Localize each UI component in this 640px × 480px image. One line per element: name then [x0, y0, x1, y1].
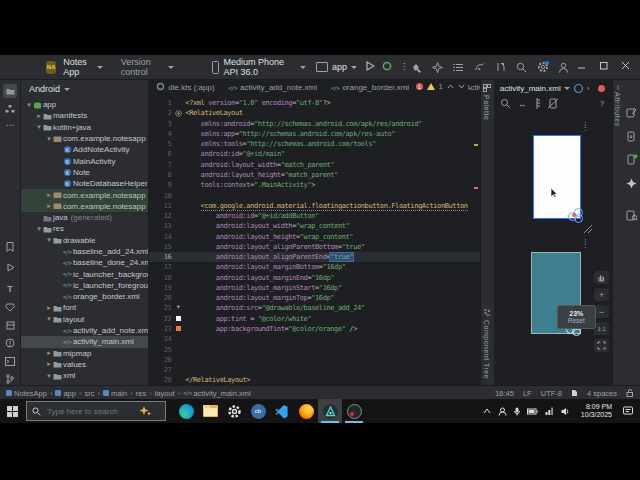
code-line-9[interactable]: 9 tools:context=".MainActivity"> [149, 180, 479, 190]
code-line-26[interactable]: 26 [149, 355, 479, 365]
volume-icon[interactable] [561, 407, 570, 416]
tab-orange-border-xml[interactable]: </>orange_border.xml [324, 80, 416, 98]
gradle-icon[interactable] [473, 61, 486, 74]
code-line-24[interactable]: 24 [149, 334, 479, 344]
code-area[interactable]: 1<?xml version="1.0" encoding="utf-8"?>2… [149, 98, 479, 385]
tree-item-kotlin-java[interactable]: ▾kotlin+java [21, 122, 148, 133]
tree-item-manifests[interactable]: ▸manifests [21, 110, 148, 121]
code-line-11[interactable]: 11 <com.google.android.material.floating… [149, 201, 479, 211]
tree-item-notedatabasehelper[interactable]: KNoteDatabaseHelper [21, 178, 148, 189]
chevron-down-icon[interactable]: ▾ [35, 123, 43, 131]
user-tray-icon[interactable] [498, 407, 507, 416]
indent-setting[interactable]: 4 spaces [587, 389, 617, 398]
breadcrumb-item[interactable]: NotesApp [6, 389, 47, 398]
next-issue-icon[interactable] [458, 84, 465, 89]
ai-assistant-icon[interactable] [431, 61, 444, 74]
taskbar-clock[interactable]: 8:09 PM 10/3/2025 [581, 403, 612, 419]
breadcrumb-item[interactable]: layout [155, 389, 175, 398]
drawable-gutter-icon[interactable]: + [176, 303, 180, 311]
run-icon[interactable] [3, 260, 17, 274]
taskbar-app-capture-app[interactable] [342, 399, 366, 423]
breadcrumb-item[interactable]: main [103, 389, 127, 398]
taskbar-search[interactable] [26, 401, 166, 421]
run-config-selector[interactable]: app [316, 62, 357, 72]
chevron-down-icon[interactable]: ▾ [45, 372, 53, 380]
code-line-19[interactable]: 19 android:layout_marginStart="16dp" [149, 283, 479, 293]
taskbar-app-cb-app[interactable]: cb [246, 399, 270, 423]
zoom-in-button[interactable]: + [594, 288, 609, 301]
code-line-15[interactable]: 15 android:layout_alignParentBottom="tru… [149, 242, 479, 252]
tree-item-layout[interactable]: ▾layout [21, 314, 148, 325]
bookmarks-icon[interactable] [3, 240, 17, 254]
taskbar-app-settings[interactable] [222, 399, 246, 423]
taskbar-app-firefox[interactable] [294, 399, 318, 423]
close-button[interactable] [622, 62, 630, 72]
tree-item-values[interactable]: ▸values [21, 359, 148, 370]
device-selector[interactable]: Medium Phone API 36.0 [212, 57, 306, 77]
code-line-1[interactable]: 1<?xml version="1.0" encoding="utf-8"?> [149, 98, 479, 108]
render-error-icon[interactable] [598, 85, 605, 92]
tree-item-addnoteactivity[interactable]: KAddNoteActivity [21, 144, 148, 155]
pan-arrows-icon[interactable]: ↔ [518, 99, 527, 109]
file-encoding[interactable]: UTF-8 [541, 389, 562, 398]
code-line-4[interactable]: 4 xmlns:app="http://schemas.android.com/… [149, 129, 479, 139]
expand-icon[interactable]: › [587, 84, 590, 93]
project-view-selector[interactable]: Android [21, 80, 148, 98]
preview-file-selector[interactable]: activity_main.xml [500, 84, 561, 93]
tree-item-baseline-done-24-xml[interactable]: </>baseline_done_24.xml [21, 257, 148, 268]
code-line-21[interactable]: 21+ android:src="@drawable/baseline_add_… [149, 303, 479, 313]
device-pairing-icon[interactable] [625, 130, 638, 143]
pull-request-icon[interactable] [494, 61, 507, 74]
help-icon[interactable]: ? [600, 99, 604, 108]
preview-canvas[interactable]: ⋮⋮ ⋮⋮ [494, 111, 612, 385]
run-button[interactable] [365, 61, 375, 73]
gem-icon[interactable] [3, 300, 17, 314]
prev-issue-icon[interactable] [447, 84, 454, 89]
warning-stripe-mark[interactable] [474, 144, 478, 146]
maximize-button[interactable] [600, 62, 608, 72]
tree-item-activity-add-note-xml[interactable]: </>activity_add_note.xml [21, 325, 148, 336]
tree-item-mipmap[interactable]: ▸mipmap [21, 348, 148, 359]
zoom-to-selection-icon[interactable] [500, 98, 511, 109]
tree-item-activity-main-xml[interactable]: </>activity_main.xml [21, 336, 148, 347]
zoom-out-button[interactable]: − [594, 305, 609, 318]
version-control-menu[interactable]: Version control [121, 57, 175, 77]
zoom-actual-button[interactable]: 1:1 [594, 322, 609, 335]
code-line-6[interactable]: 6 android:id="@+id/main" [149, 149, 479, 159]
tree-item-baseline-add-24-xml[interactable]: </>baseline_add_24.xml [21, 246, 148, 257]
battery-icon[interactable] [527, 408, 538, 415]
device-frame-off-icon[interactable] [548, 98, 558, 109]
pan-hand-icon[interactable] [594, 271, 609, 284]
breadcrumb-item[interactable]: app [55, 389, 76, 398]
structure-icon[interactable] [3, 102, 17, 116]
tree-item-ic-launcher-foreground-xml[interactable]: </>ic_launcher_foreground.xml [21, 280, 148, 291]
code-line-16[interactable]: 16 android:layout_alignParentEnd="true" [149, 252, 479, 262]
terminal-icon[interactable] [3, 354, 17, 368]
profile-icon[interactable] [557, 61, 570, 74]
network-icon[interactable] [545, 407, 554, 415]
profiler-button[interactable] [382, 61, 392, 73]
line-ending[interactable]: LF [523, 389, 532, 398]
running-devices-icon[interactable] [625, 153, 638, 166]
tree-item-java[interactable]: java(generated) [21, 212, 148, 223]
chevron-right-icon[interactable]: ▸ [45, 202, 53, 210]
design-surface[interactable] [533, 135, 581, 219]
tab-activity-add-note-xml[interactable]: </>activity_add_note.xml [222, 80, 324, 98]
zoom-fit-button[interactable] [594, 339, 609, 352]
code-line-20[interactable]: 20 android:layout_marginTop="16dp" [149, 293, 479, 303]
tree-item-mainactivity[interactable]: KMainActivity [21, 155, 148, 166]
code-line-7[interactable]: 7 android:layout_width="match_parent" [149, 160, 479, 170]
code-line-3[interactable]: 3 xmlns:android="http://schemas.android.… [149, 119, 479, 129]
cursor-position[interactable]: 16:45 [495, 389, 514, 398]
chevron-right-icon[interactable]: ▸ [45, 191, 53, 199]
inspection-widget[interactable]: 1 1 [413, 82, 468, 91]
chevron-right-icon[interactable]: ▸ [45, 349, 53, 357]
git-branch-icon[interactable] [3, 372, 17, 386]
start-button[interactable] [0, 399, 24, 423]
code-line-17[interactable]: 17 android:layout_marginBottom="16dp" [149, 262, 479, 272]
code-line-28[interactable]: 28</RelativeLayout> [149, 375, 479, 385]
todo-icon[interactable]: T [3, 282, 17, 296]
code-line-18[interactable]: 18 android:layout_marginEnd="16dp" [149, 273, 479, 283]
breadcrumb-item[interactable]: res [136, 389, 146, 398]
breadcrumb-item[interactable]: src [84, 389, 94, 398]
